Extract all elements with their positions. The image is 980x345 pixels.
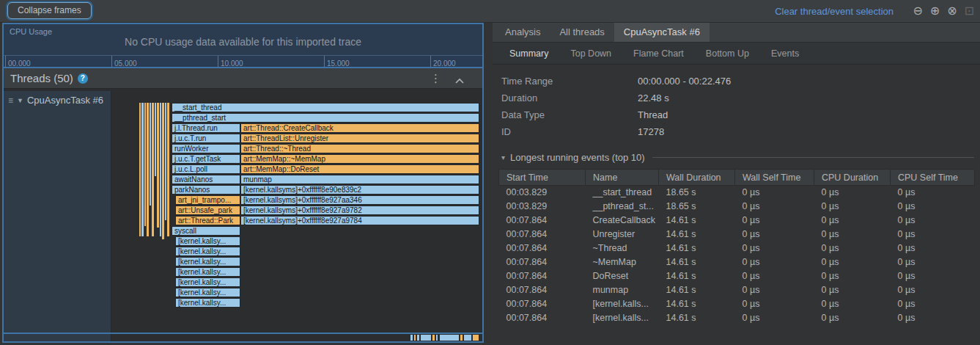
event-row[interactable]: 00:03.829__pthread_st...18.65 s0 µs0 µs0… — [499, 200, 975, 214]
timeline-axis[interactable]: 00.00005.00010.00015.00020.000 — [4, 55, 482, 67]
flame-mini-frame[interactable] — [473, 335, 479, 341]
flame-mini-frame[interactable] — [464, 335, 471, 341]
flame-frame[interactable]: [kernel.kallsy... — [175, 267, 240, 277]
flame-frame[interactable]: [kernel.kallsy... — [175, 298, 240, 308]
flame-mini-frame[interactable] — [141, 103, 144, 236]
flame-mini-frame[interactable] — [421, 335, 431, 341]
next-thread-cell[interactable] — [4, 334, 111, 341]
flame-frame[interactable]: art::Thread::CreateCallback — [240, 123, 479, 133]
flame-chart[interactable]: __start_thread__pthread_startj.l.Thread.… — [111, 91, 482, 333]
zoom-out-icon[interactable]: ⊖ — [913, 4, 922, 18]
field-value: 22.48 s — [638, 92, 669, 104]
flame-mini-frame[interactable] — [162, 103, 164, 239]
flame-frame[interactable]: [kernel.kallsyms]+0xffffff8e927aa346 — [240, 195, 479, 205]
collapse-frames-button[interactable]: Collapse frames — [7, 2, 92, 19]
kebab-menu-icon[interactable]: ⋮ — [430, 72, 441, 85]
flame-frame[interactable]: art::ThreadList::Unregister — [240, 134, 479, 143]
flame-frame[interactable]: parkNanos — [172, 185, 240, 195]
tab-analysis[interactable]: Analysis — [495, 23, 550, 42]
flame-frame[interactable]: [kernel.kallsy... — [175, 277, 240, 287]
flame-mini-frame[interactable] — [144, 103, 146, 226]
subtab-events[interactable]: Events — [760, 43, 810, 64]
column-header-cpu-self-time[interactable]: CPU Self Time — [891, 170, 975, 186]
flame-mini-frame[interactable] — [152, 103, 154, 236]
flame-mini-frame[interactable] — [410, 335, 413, 341]
flame-frame[interactable]: [kernel.kallsy... — [175, 257, 240, 266]
next-thread-track[interactable] — [4, 334, 482, 341]
flame-mini-frame[interactable] — [155, 103, 156, 176]
flame-frame[interactable]: j.u.c.L.poll — [172, 164, 240, 174]
tab-cpuasynctask-6[interactable]: CpuAsyncTask #6 — [614, 23, 710, 42]
flame-mini-frame[interactable] — [440, 335, 459, 341]
flame-frame[interactable]: runWorker — [172, 144, 240, 153]
flame-frame[interactable]: art::Unsafe_park — [175, 206, 240, 215]
zoom-to-selection-icon[interactable]: ⊡ — [965, 4, 974, 18]
column-header-cpu-duration[interactable]: CPU Duration — [814, 170, 891, 186]
flame-mini-frame[interactable] — [432, 335, 435, 341]
flame-frame[interactable]: j.u.c.T.getTask — [172, 154, 240, 164]
disclosure-triangle-icon[interactable]: ▾ — [501, 153, 505, 161]
flame-frame[interactable]: __pthread_start — [172, 113, 479, 123]
event-row[interactable]: 00:07.864~MemMap14.61 s0 µs0 µs0 µs — [499, 255, 975, 269]
flame-mini-frame[interactable] — [150, 103, 151, 206]
flame-mini-frame[interactable] — [139, 103, 141, 236]
event-row[interactable]: 00:03.829__start_thread18.65 s0 µs0 µs0 … — [499, 186, 975, 200]
flame-mini-frame[interactable] — [417, 335, 419, 341]
event-cell: 0 µs — [814, 200, 891, 214]
help-icon[interactable]: ? — [78, 73, 88, 84]
tab-all-threads[interactable]: All threads — [550, 23, 614, 42]
thread-row-cpuasynctask[interactable]: ≡ ▼ CpuAsyncTask #6 — [4, 91, 111, 106]
next-thread-flame[interactable] — [111, 334, 482, 341]
column-header-start-time[interactable]: Start Time — [499, 170, 586, 186]
column-header-wall-duration[interactable]: Wall Duration — [659, 170, 735, 186]
reset-zoom-icon[interactable]: ⊗ — [947, 4, 957, 18]
event-cell: 00:07.864 — [499, 283, 586, 297]
flame-frame[interactable]: munmap — [240, 175, 479, 184]
expand-arrow-icon[interactable]: ▼ — [17, 97, 23, 104]
flame-frame[interactable]: [kernel.kallsyms]+0xffffff8e927a9784 — [240, 216, 479, 225]
drag-handle-icon[interactable]: ≡ — [8, 95, 13, 106]
clear-selection-link[interactable]: Clear thread/event selection — [775, 6, 894, 17]
column-header-name[interactable]: Name — [586, 170, 659, 186]
flame-frame[interactable]: [kernel.kallsy... — [175, 247, 240, 256]
flame-mini-frame[interactable] — [167, 103, 169, 236]
flame-mini-frame[interactable] — [414, 335, 416, 341]
event-row[interactable]: 00:07.864[kernel.kalls...14.61 s0 µs0 µs… — [499, 311, 975, 325]
event-row[interactable]: 00:07.864munmap14.61 s0 µs0 µs0 µs — [499, 283, 975, 297]
flame-frame[interactable]: [kernel.kallsyms]+0xffffff8e90e839c2 — [240, 185, 479, 195]
flame-frame[interactable]: j.u.c.T.run — [172, 134, 240, 143]
flame-frame[interactable]: art::MemMap::~MemMap — [240, 154, 479, 164]
event-row[interactable]: 00:07.864Unregister14.61 s0 µs0 µs0 µs — [499, 228, 975, 242]
summary-field: Time Range00:00.000 - 00:22.476 — [501, 73, 973, 90]
flame-frame[interactable]: [kernel.kallsyms]+0xffffff8e927a9782 — [240, 206, 479, 215]
flame-frame[interactable]: awaitNanos — [172, 175, 240, 184]
flame-frame[interactable]: __start_thread — [172, 103, 479, 112]
flame-mini-frame[interactable] — [460, 335, 463, 341]
subtab-flame-chart[interactable]: Flame Chart — [622, 43, 695, 64]
flame-frame[interactable]: j.l.Thread.run — [172, 123, 240, 133]
collapse-section-icon[interactable] — [454, 74, 465, 87]
flame-mini-frame[interactable] — [160, 103, 161, 236]
zoom-in-icon[interactable]: ⊕ — [930, 4, 940, 18]
event-row[interactable]: 00:07.864CreateCallback14.61 s0 µs0 µs0 … — [499, 214, 975, 228]
subtab-bottom-up[interactable]: Bottom Up — [695, 43, 760, 64]
flame-frame[interactable]: art::MemMap::DoReset — [240, 164, 479, 174]
flame-frame[interactable]: art::Thread::Park — [175, 216, 240, 225]
flame-mini-frame[interactable] — [147, 103, 149, 236]
flame-frame[interactable]: art_jni_trampo... — [175, 195, 240, 205]
flame-frame[interactable]: [kernel.kallsy... — [175, 236, 240, 246]
flame-frame[interactable]: art::Thread::~Thread — [240, 144, 479, 153]
flame-frame[interactable]: syscall — [172, 226, 240, 236]
cpu-usage-panel[interactable]: CPU Usage No CPU usage data available fo… — [4, 24, 482, 68]
subtab-summary[interactable]: Summary — [498, 43, 559, 64]
column-header-wall-self-time[interactable]: Wall Self Time — [735, 170, 814, 186]
flame-mini-frame[interactable] — [157, 103, 159, 228]
event-row[interactable]: 00:07.864~Thread14.61 s0 µs0 µs0 µs — [499, 242, 975, 255]
event-row[interactable]: 00:07.864DoReset14.61 s0 µs0 µs0 µs — [499, 269, 975, 283]
flame-mini-frame[interactable] — [165, 103, 166, 220]
subtab-top-down[interactable]: Top Down — [559, 43, 622, 64]
event-cell: 0 µs — [891, 186, 975, 200]
flame-mini-frame[interactable] — [436, 335, 438, 341]
flame-frame[interactable]: [kernel.kallsy... — [175, 288, 240, 297]
event-row[interactable]: 00:07.864[kernel.kalls...14.61 s0 µs0 µs… — [499, 297, 975, 311]
